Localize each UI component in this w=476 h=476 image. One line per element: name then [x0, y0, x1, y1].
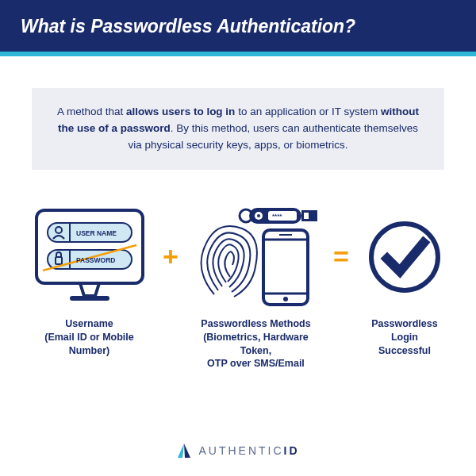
brand-mark-icon	[176, 443, 192, 459]
page-title: What is Passwordless Authentication?	[21, 16, 455, 37]
step-username: USER NAME PASSWORD Username (Email ID or…	[24, 202, 155, 358]
svg-point-11	[257, 214, 260, 217]
phone-icon	[263, 230, 308, 305]
field-password-label: PASSWORD	[76, 256, 115, 264]
checkmark-icon	[357, 202, 452, 313]
step-passwordless: **** Passwordless Methods (Biometrics, H…	[186, 202, 325, 371]
footer: AUTHENTICID	[0, 443, 476, 462]
header-bar: What is Passwordless Authentication?	[0, 0, 476, 52]
brand-logo: AUTHENTICID	[176, 443, 299, 459]
brand-text: AUTHENTICID	[198, 444, 299, 457]
equals-icon: =	[332, 202, 351, 313]
def-text: A method that allows users to log in to …	[57, 106, 419, 151]
fingerprint-icon	[202, 226, 257, 297]
svg-point-22	[371, 224, 438, 290]
hardware-token-icon: ****	[240, 208, 317, 224]
plus-icon: +	[161, 202, 180, 313]
svg-text:****: ****	[272, 213, 282, 220]
caption-username: Username (Email ID or Mobile Number)	[24, 313, 155, 358]
svg-point-20	[283, 297, 288, 301]
step-success: Passwordless Login Successful	[357, 202, 452, 358]
monitor-icon: USER NAME PASSWORD	[24, 202, 155, 313]
field-username-label: USER NAME	[76, 229, 117, 237]
caption-methods: Passwordless Methods (Biometrics, Hardwa…	[186, 313, 325, 371]
svg-rect-15	[304, 213, 309, 219]
caption-success: Passwordless Login Successful	[357, 313, 452, 358]
accent-bar	[0, 52, 476, 56]
svg-rect-1	[70, 296, 109, 301]
definition-box: A method that allows users to log in to …	[32, 88, 444, 170]
diagram-row: USER NAME PASSWORD Username (Email ID or…	[0, 190, 476, 371]
methods-icon: ****	[186, 202, 325, 313]
